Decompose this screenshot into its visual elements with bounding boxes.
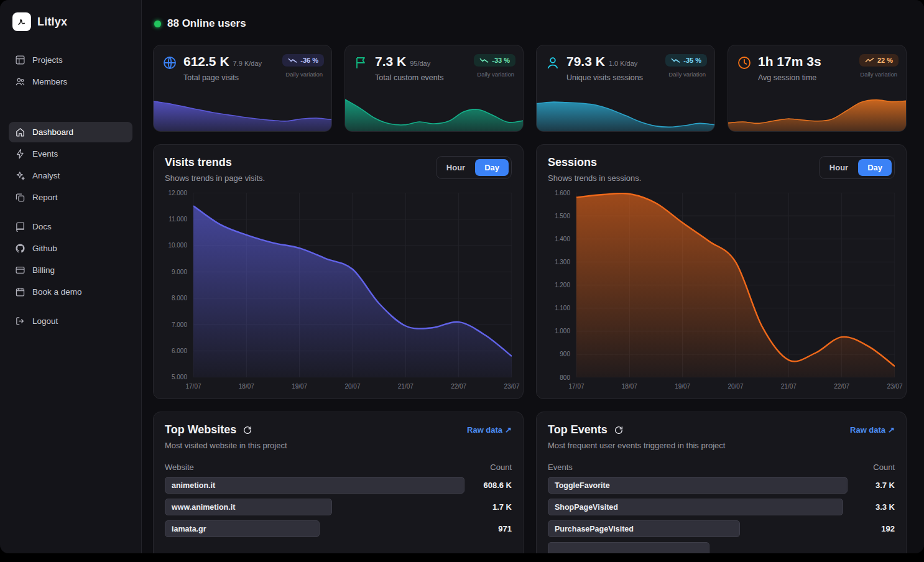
sidebar-item-label: Analyst: [32, 171, 60, 180]
row-count: 971: [472, 524, 512, 533]
sidebar-spacer: [9, 93, 132, 122]
badge-value: -33 %: [492, 57, 510, 64]
raw-data-link[interactable]: Raw data ↗: [467, 425, 512, 435]
billing-icon: [15, 265, 25, 275]
column-header-name: Events: [548, 463, 573, 472]
stat-card-total-custom-events: 7.3 K 95/day Total custom events -33 % D…: [344, 45, 524, 132]
sessions-line-chart: [576, 193, 895, 377]
sidebar-item-github[interactable]: Github: [9, 238, 132, 259]
sidebar-item-label: Projects: [32, 55, 63, 65]
badge-value: 22 %: [877, 57, 893, 64]
visits-line-chart: [193, 193, 512, 377]
app-name: Litlyx: [37, 16, 67, 29]
dashboard-icon: [15, 127, 25, 137]
count-bar: PurchasePageVisited: [548, 520, 740, 537]
sidebar-item-label: Events: [32, 149, 58, 159]
stat-rate: 95/day: [410, 60, 430, 67]
online-users-status: 88 Online users: [154, 17, 907, 30]
row-name: www.animetion.it: [172, 503, 235, 512]
table-header: Website Count: [165, 463, 512, 472]
row-count: 3.7 K: [855, 481, 895, 490]
sidebar-item-billing[interactable]: Billing: [9, 260, 132, 280]
external-arrow-icon: ↗: [888, 425, 895, 435]
table-row[interactable]: ToggleFavorite 3.7 K: [548, 477, 895, 494]
badge-value: -35 %: [683, 57, 701, 64]
projects-icon: [15, 55, 25, 65]
count-bar: www.animetion.it: [165, 499, 332, 515]
sidebar-item-analyst[interactable]: Analyst: [9, 165, 132, 186]
sidebar-item-book-a-demo[interactable]: Book a demo: [9, 282, 132, 302]
sidebar: Litlyx Projects Members Dashboard Events…: [0, 0, 142, 553]
row-count: 192: [855, 524, 895, 533]
variation-badge: -35 %: [665, 54, 707, 67]
column-header-count: Count: [490, 463, 512, 472]
user-icon: [545, 55, 560, 70]
count-bar: [548, 542, 709, 553]
table-title: Top Websites: [165, 423, 236, 436]
table-row-partial: [548, 542, 895, 553]
stat-label: Total custom events: [375, 73, 468, 82]
calendar-icon: [15, 287, 25, 297]
table-title: Top Events: [548, 423, 608, 436]
tables-row: Top Websites Raw data ↗ Most visited web…: [153, 412, 907, 553]
events-icon: [15, 149, 25, 159]
table-row[interactable]: www.animetion.it 1.7 K: [165, 499, 512, 515]
sidebar-item-members[interactable]: Members: [9, 71, 132, 92]
badge-value: -36 %: [300, 57, 318, 64]
row-name: ToggleFavorite: [555, 481, 610, 490]
table-row[interactable]: animetion.it 608.6 K: [165, 477, 512, 494]
table-row[interactable]: ShopPageVisited 3.3 K: [548, 499, 895, 515]
external-arrow-icon: ↗: [505, 425, 512, 435]
sidebar-item-docs[interactable]: Docs: [9, 216, 132, 237]
trend-down-icon: [479, 57, 489, 63]
sidebar-item-label: Report: [32, 193, 58, 202]
stat-label: Avg session time: [758, 73, 853, 82]
toggle-hour-button[interactable]: Hour: [822, 159, 856, 176]
row-name: iamata.gr: [172, 525, 206, 533]
table-header: Events Count: [548, 463, 895, 472]
variation-label: Daily variation: [285, 71, 323, 78]
table-subtitle: Most visited website in this project: [165, 441, 512, 450]
stat-card-avg-session-time: 1h 17m 3s Avg session time 22 % Daily va…: [728, 45, 907, 132]
row-name: ShopPageVisited: [555, 503, 618, 512]
sidebar-item-report[interactable]: Report: [9, 187, 132, 208]
online-dot: [154, 21, 161, 27]
report-icon: [15, 192, 25, 203]
trend-up-icon: [865, 57, 874, 63]
raw-data-link[interactable]: Raw data ↗: [850, 425, 895, 435]
sidebar-item-label: Docs: [32, 222, 52, 231]
sidebar-item-dashboard[interactable]: Dashboard: [9, 122, 132, 142]
litlyx-logo-icon: [12, 12, 31, 31]
refresh-icon[interactable]: [243, 425, 252, 435]
count-bar: animetion.it: [165, 477, 464, 494]
variation-badge: -36 %: [282, 54, 324, 67]
table-row[interactable]: iamata.gr 971: [165, 520, 512, 537]
row-name: animetion.it: [172, 481, 215, 490]
raw-data-label: Raw data: [850, 425, 885, 435]
x-axis-labels: 17/0718/0719/0720/0721/0722/0723/07: [576, 377, 895, 390]
sidebar-spacer: [9, 209, 132, 216]
sidebar-spacer: [9, 303, 132, 311]
stat-cards-row: 612.5 K 7.9 K/day Total page visits -36 …: [153, 45, 907, 132]
row-name: PurchasePageVisited: [555, 525, 634, 533]
top-websites-card: Top Websites Raw data ↗ Most visited web…: [153, 412, 524, 553]
stat-label: Unique visits sessions: [566, 73, 659, 82]
table-row[interactable]: PurchasePageVisited 192: [548, 520, 895, 537]
sidebar-item-projects[interactable]: Projects: [9, 50, 132, 70]
row-count: 3.3 K: [855, 502, 895, 512]
main-content: 88 Online users 612.5 K 7.9 K/day Total …: [142, 0, 924, 553]
toggle-day-button[interactable]: Day: [475, 159, 509, 176]
sidebar-item-logout[interactable]: Logout: [9, 311, 132, 331]
clock-icon: [737, 55, 752, 70]
toggle-day-button[interactable]: Day: [858, 159, 892, 176]
toggle-hour-button[interactable]: Hour: [439, 159, 473, 176]
stat-value: 612.5 K: [183, 54, 229, 69]
refresh-icon[interactable]: [614, 425, 624, 435]
sidebar-item-events[interactable]: Events: [9, 144, 132, 164]
docs-icon: [15, 221, 25, 232]
flag-icon: [354, 55, 369, 70]
stat-value: 79.3 K: [566, 54, 605, 69]
table-subtitle: Most frequent user events triggered in t…: [548, 441, 895, 450]
sparkline-chart: [728, 94, 906, 131]
variation-label: Daily variation: [668, 71, 706, 78]
